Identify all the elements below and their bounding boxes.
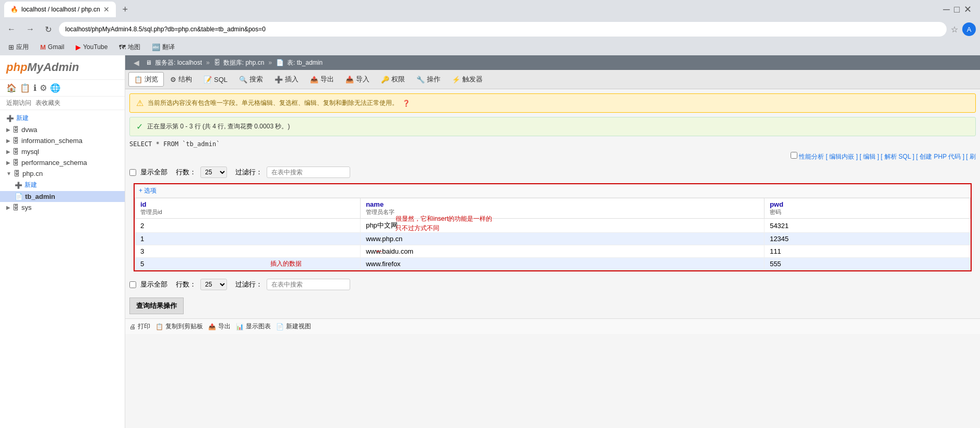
new-tab-button[interactable]: + bbox=[118, 2, 133, 17]
edit-link[interactable]: 编辑 bbox=[863, 153, 876, 160]
sidebar-item-mysql[interactable]: ▶ 🗄 mysql bbox=[0, 146, 125, 157]
sidebar-item-new-db[interactable]: ➕ 新建 bbox=[0, 112, 125, 124]
sql-display: SELECT * FROM `tb_admin` bbox=[129, 140, 976, 148]
bookmark-gmail[interactable]: M Gmail bbox=[36, 42, 68, 52]
cell-id: 1 bbox=[135, 233, 361, 245]
row-count-select-bottom[interactable]: 25 50 100 bbox=[200, 279, 227, 290]
new-view-button[interactable]: 📄 新建视图 bbox=[276, 322, 311, 331]
export-button[interactable]: 📤 导出 bbox=[305, 73, 339, 86]
bookmarks-bar: ⊞ 应用 M Gmail ▶ YouTube 🗺 地图 🔤 翻译 bbox=[0, 40, 980, 55]
cell-id: 5 bbox=[135, 258, 361, 270]
sidebar-item-sys[interactable]: ▶ 🗄 sys bbox=[0, 202, 125, 213]
warning-text: 当前所选内容没有包含唯一字段。单元格编辑、复选框、编辑、复制和删除无法正常使用。 bbox=[148, 99, 398, 108]
export-results-button[interactable]: 📤 导出 bbox=[208, 322, 231, 331]
cell-name: www.baidu.com bbox=[361, 245, 764, 258]
bottom-action-bar: 🖨 打印 📋 复制到剪贴板 📤 导出 📊 显示图表 📄 新建视图 bbox=[125, 318, 980, 334]
show-chart-button[interactable]: 📊 显示图表 bbox=[236, 322, 271, 331]
insert-button[interactable]: ➕ 插入 bbox=[269, 73, 304, 86]
tab-favicon: 🔥 bbox=[10, 6, 18, 13]
expand-icon: ▼ bbox=[6, 171, 11, 176]
bookmark-gmail-label: Gmail bbox=[48, 43, 64, 51]
operations-button[interactable]: 🔧 操作 bbox=[411, 73, 446, 86]
help-icon[interactable]: ❓ bbox=[402, 100, 410, 107]
triggers-icon: ⚡ bbox=[452, 76, 460, 84]
youtube-icon: ▶ bbox=[76, 43, 81, 51]
performance-checkbox[interactable] bbox=[791, 152, 797, 159]
bookmark-youtube[interactable]: ▶ YouTube bbox=[71, 42, 112, 52]
sidebar-item-tb-admin[interactable]: 📄 tb_admin bbox=[0, 191, 125, 202]
filter-input-bottom[interactable] bbox=[267, 279, 350, 290]
back-button[interactable]: ← bbox=[4, 22, 19, 36]
row-count-select-top[interactable]: 25 50 100 bbox=[200, 167, 227, 178]
database-icon-bc: 🗄 bbox=[214, 59, 220, 66]
print-button[interactable]: 🖨 打印 bbox=[129, 322, 150, 331]
sidebar-item-php-cn[interactable]: ▼ 🗄 php.cn bbox=[0, 168, 125, 179]
sidebar-item-performance-schema[interactable]: ▶ 🗄 performance_schema bbox=[0, 157, 125, 168]
bookmark-translate[interactable]: 🔤 翻译 bbox=[148, 42, 179, 53]
show-all-checkbox-bottom[interactable] bbox=[129, 281, 136, 288]
import-button[interactable]: 📥 导入 bbox=[340, 73, 375, 86]
active-tab[interactable]: 🔥 localhost / localhost / php.cn ✕ bbox=[4, 2, 116, 17]
table-icon-tb-admin: 📄 bbox=[15, 193, 23, 200]
filter-input-top[interactable] bbox=[267, 167, 350, 178]
cell-pwd: 555 bbox=[764, 258, 971, 270]
col-pwd[interactable]: pwd 密码 bbox=[764, 198, 971, 219]
structure-button[interactable]: ⚙ 结构 bbox=[165, 73, 197, 86]
copy-clipboard-button[interactable]: 📋 复制到剪贴板 bbox=[156, 322, 203, 331]
browse-icon: 📋 bbox=[134, 76, 142, 84]
performance-link[interactable]: 性能分析 bbox=[799, 153, 824, 160]
table-breadcrumb[interactable]: 表: tb_admin bbox=[287, 58, 322, 67]
bookmark-maps[interactable]: 🗺 地图 bbox=[115, 42, 145, 53]
sql-button[interactable]: 📝 SQL bbox=[198, 74, 233, 86]
sql-query-text: SELECT * FROM `tb_admin` bbox=[129, 140, 220, 148]
parse-sql-link[interactable]: 解析 SQL bbox=[885, 153, 911, 160]
tab-close-button[interactable]: ✕ bbox=[103, 5, 110, 14]
profile-button[interactable]: A bbox=[962, 22, 976, 36]
create-php-link[interactable]: 创建 PHP 代码 bbox=[919, 153, 961, 160]
info-icon[interactable]: ℹ bbox=[33, 83, 37, 93]
link-sep8: ] bbox=[963, 153, 964, 160]
export-results-label: 导出 bbox=[218, 322, 231, 331]
edit-inline-link[interactable]: 编辑内嵌 bbox=[829, 153, 854, 160]
server-breadcrumb[interactable]: 服务器: localhost bbox=[155, 58, 202, 67]
db-icon-info: 🗄 bbox=[13, 137, 19, 145]
refresh-button[interactable]: ↻ bbox=[42, 22, 55, 37]
sidebar-item-information-schema[interactable]: ▶ 🗄 information_schema bbox=[0, 135, 125, 146]
sql-icon: 📝 bbox=[204, 76, 212, 84]
toolbar: 📋 浏览 ⚙ 结构 📝 SQL 🔍 搜索 ➕ 插入 📤 导出 bbox=[125, 70, 980, 89]
minimize-button[interactable]: ─ bbox=[943, 4, 950, 15]
show-all-checkbox-top[interactable] bbox=[129, 169, 136, 176]
recent-link[interactable]: 近期访问 bbox=[6, 99, 31, 108]
triggers-button[interactable]: ⚡ 触发器 bbox=[447, 73, 488, 86]
address-input[interactable] bbox=[59, 22, 947, 37]
database-breadcrumb[interactable]: 数据库: php.cn bbox=[223, 58, 265, 67]
maximize-button[interactable]: □ bbox=[954, 4, 960, 15]
globe-icon[interactable]: 🌐 bbox=[50, 83, 61, 93]
export-results-icon: 📤 bbox=[208, 323, 216, 330]
show-chart-label: 显示图表 bbox=[246, 322, 271, 331]
show-all-label-bottom: 显示全部 bbox=[140, 280, 168, 289]
browse-button[interactable]: 📋 浏览 bbox=[128, 72, 164, 87]
favorites-link[interactable]: 表收藏夹 bbox=[35, 99, 61, 108]
settings-icon[interactable]: ⚙ bbox=[40, 83, 47, 93]
col-id[interactable]: id 管理员id bbox=[135, 198, 361, 219]
bookmark-star-button[interactable]: ☆ bbox=[951, 25, 958, 34]
more-link[interactable]: 刷 bbox=[970, 153, 976, 160]
col-name[interactable]: name 管理员名字 bbox=[361, 198, 764, 219]
pma-logo-text: phpMyAdmin bbox=[6, 61, 79, 74]
bookmark-apps[interactable]: ⊞ 应用 bbox=[4, 42, 33, 53]
collapse-sidebar-button[interactable]: ◀ bbox=[130, 57, 142, 68]
home-icon[interactable]: 🏠 bbox=[6, 83, 17, 93]
forward-button[interactable]: → bbox=[23, 22, 38, 36]
options-link[interactable]: + 选项 bbox=[135, 184, 971, 198]
sidebar-item-dvwa[interactable]: ▶ 🗄 dvwa bbox=[0, 124, 125, 135]
import-icon: 📥 bbox=[345, 76, 354, 84]
bookmark-maps-label: 地图 bbox=[128, 43, 140, 52]
server-icon: 🖥 bbox=[146, 59, 152, 66]
database-icon[interactable]: 📋 bbox=[20, 83, 30, 93]
privileges-button[interactable]: 🔑 权限 bbox=[376, 73, 410, 86]
query-results-title[interactable]: 查询结果操作 bbox=[129, 298, 184, 314]
search-button[interactable]: 🔍 搜索 bbox=[234, 73, 268, 86]
close-window-button[interactable]: ✕ bbox=[964, 4, 972, 15]
sidebar-item-new-table[interactable]: ➕ 新建 bbox=[0, 179, 125, 191]
